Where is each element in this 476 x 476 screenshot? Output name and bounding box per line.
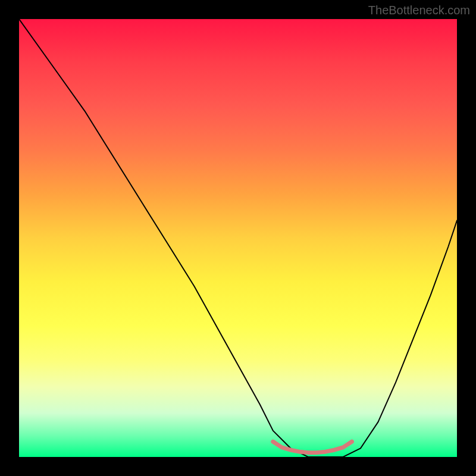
plot-area <box>19 19 457 457</box>
series-bottleneck-curve <box>19 19 457 457</box>
chart-svg <box>19 19 457 457</box>
watermark-text: TheBottleneck.com <box>368 4 470 17</box>
chart-container: TheBottleneck.com <box>0 0 476 476</box>
